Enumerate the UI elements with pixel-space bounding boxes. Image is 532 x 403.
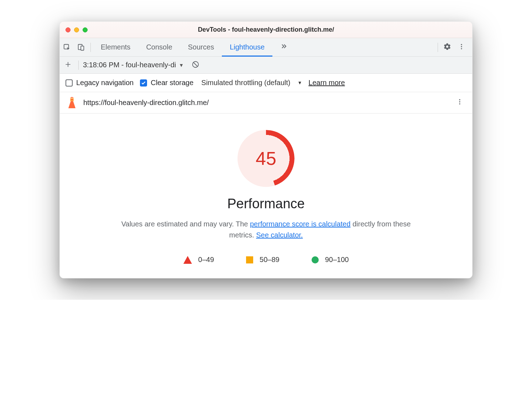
close-window-button[interactable]	[66, 27, 71, 32]
legend-bad: 0–49	[183, 256, 214, 264]
lighthouse-options: Legacy navigation Clear storage Simulate…	[60, 74, 472, 92]
tab-lighthouse[interactable]: Lighthouse	[222, 38, 272, 56]
svg-line-7	[194, 62, 198, 66]
report-menu-button[interactable]	[454, 98, 465, 107]
text: Values are estimated and may vary. The	[121, 220, 250, 228]
device-toolbar-icon[interactable]	[74, 38, 88, 56]
titlebar: DevTools - foul-heavenly-direction.glitc…	[60, 22, 472, 38]
clear-reports-button[interactable]	[189, 61, 202, 70]
svg-rect-2	[81, 46, 84, 50]
checkbox-unchecked-icon	[66, 79, 73, 87]
throttling-selector[interactable]: Simulated throttling (default) ▼	[201, 79, 302, 87]
score-value: 45	[238, 130, 294, 187]
svg-point-3	[461, 44, 462, 45]
divider	[438, 43, 438, 52]
report-url: https://foul-heavenly-direction.glitch.m…	[83, 99, 209, 107]
prohibit-icon	[192, 61, 199, 70]
learn-more-link[interactable]: Learn more	[308, 79, 345, 87]
more-options-button[interactable]	[454, 38, 469, 56]
report-url-row: https://foul-heavenly-direction.glitch.m…	[60, 92, 472, 114]
legend-good: 90–100	[312, 256, 349, 264]
lighthouse-icon	[67, 97, 77, 109]
square-icon	[246, 256, 253, 263]
svg-point-14	[459, 103, 460, 104]
category-title: Performance	[74, 196, 458, 211]
tab-label: Sources	[188, 43, 214, 51]
svg-point-4	[461, 46, 462, 47]
more-tabs-button[interactable]	[272, 38, 295, 56]
link-label: performance score is calculated	[250, 220, 350, 228]
disclaimer-text: Values are estimated and may vary. The p…	[115, 219, 417, 241]
devtools-tabbar: Elements Console Sources Lighthouse	[60, 38, 472, 57]
option-label: Clear storage	[151, 79, 193, 87]
svg-rect-10	[71, 99, 73, 100]
divider	[90, 43, 91, 52]
report-selector-label: 3:18:06 PM - foul-heavenly-di	[83, 61, 176, 69]
minimize-window-button[interactable]	[74, 27, 79, 32]
gear-icon	[443, 43, 451, 52]
score-gauge[interactable]: 45	[74, 130, 458, 187]
tab-label: Elements	[101, 43, 130, 51]
legend-label: 0–49	[198, 256, 214, 264]
link-label: See calculator.	[256, 231, 303, 239]
tab-elements[interactable]: Elements	[93, 38, 138, 56]
inspect-element-icon[interactable]	[60, 38, 74, 56]
kebab-icon	[458, 43, 465, 52]
zoom-window-button[interactable]	[83, 27, 88, 32]
score-calc-link[interactable]: performance score is calculated	[250, 220, 350, 228]
settings-button[interactable]	[440, 38, 454, 56]
chevron-double-right-icon	[280, 43, 287, 52]
svg-point-5	[461, 48, 462, 49]
chevron-down-icon: ▼	[297, 80, 302, 85]
chevron-down-icon: ▼	[179, 62, 184, 68]
legacy-navigation-option[interactable]: Legacy navigation	[66, 79, 134, 87]
report-selector[interactable]: 3:18:06 PM - foul-heavenly-di ▼	[83, 61, 184, 69]
tab-label: Console	[146, 43, 172, 51]
tab-label: Lighthouse	[230, 43, 265, 51]
divider	[78, 61, 79, 70]
lighthouse-report: 45 Performance Values are estimated and …	[60, 114, 472, 278]
lighthouse-toolbar: 3:18:06 PM - foul-heavenly-di ▼	[60, 57, 472, 74]
plus-icon	[64, 61, 72, 69]
score-legend: 0–49 50–89 90–100	[74, 256, 458, 264]
legend-label: 50–89	[260, 256, 280, 264]
tab-sources[interactable]: Sources	[180, 38, 222, 56]
checkbox-checked-icon	[140, 79, 147, 87]
svg-point-13	[459, 101, 460, 102]
triangle-icon	[183, 256, 192, 264]
link-label: Learn more	[308, 79, 345, 87]
window-title: DevTools - foul-heavenly-direction.glitc…	[60, 26, 472, 33]
throttling-label: Simulated throttling (default)	[201, 79, 290, 87]
devtools-window: DevTools - foul-heavenly-direction.glitc…	[59, 21, 473, 278]
tab-console[interactable]: Console	[138, 38, 180, 56]
option-label: Legacy navigation	[76, 79, 134, 87]
legend-label: 90–100	[325, 256, 349, 264]
svg-marker-11	[70, 97, 74, 98]
new-report-button[interactable]	[62, 59, 74, 71]
circle-icon	[312, 256, 319, 263]
clear-storage-option[interactable]: Clear storage	[140, 79, 193, 87]
see-calculator-link[interactable]: See calculator.	[256, 231, 303, 239]
svg-point-12	[459, 99, 460, 100]
panel-tabs: Elements Console Sources Lighthouse	[93, 38, 435, 56]
window-controls	[66, 27, 88, 32]
legend-mid: 50–89	[246, 256, 280, 264]
kebab-icon	[456, 98, 463, 107]
